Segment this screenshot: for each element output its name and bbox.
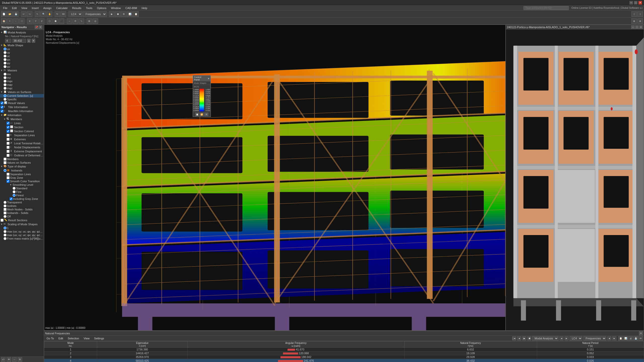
table-row[interactable]: 3 35359.970 188.042 29.928 0.033 xyxy=(44,355,644,359)
check-gray-zone[interactable] xyxy=(7,176,10,179)
tree-mphiz[interactable]: mφz xyxy=(0,86,44,90)
bottom-menu-settings[interactable]: Settings xyxy=(93,336,106,340)
tree-scale-1[interactable]: 1 xyxy=(0,226,44,230)
tb2-move[interactable]: ↔ xyxy=(67,18,72,24)
open-button[interactable]: 📂 xyxy=(7,11,13,17)
save-button[interactable]: 💾 xyxy=(13,11,19,17)
tree-extremes[interactable]: ⊕ Extremes xyxy=(0,137,44,141)
view3d-button[interactable]: 3D xyxy=(61,11,66,17)
tb2-view-x[interactable]: X xyxy=(27,18,32,24)
bottom-menu-view[interactable]: View xyxy=(82,336,91,340)
check-result-sections[interactable] xyxy=(1,219,4,222)
tree-fine[interactable]: Fine xyxy=(0,190,44,194)
check-values-surf[interactable] xyxy=(4,161,7,164)
check-mesh-nodes-solids[interactable] xyxy=(4,208,7,211)
tree-sep-lines-disp[interactable]: Separation Lines xyxy=(0,172,44,176)
tree-type-display[interactable]: ▼ 🎨 Type of display xyxy=(0,164,44,168)
tree-sep-lines[interactable]: ≡ Separation Lines xyxy=(0,133,44,137)
radio-finest[interactable] xyxy=(13,194,16,197)
close-button[interactable]: ✕ xyxy=(638,1,642,5)
tree-lines[interactable]: — Lines xyxy=(0,121,44,125)
tree-maxmin-info[interactable]: ↕ Max/Min Information xyxy=(0,109,44,113)
tree-transparent[interactable]: Transparent xyxy=(0,201,44,204)
tree-ux[interactable]: ux xyxy=(0,47,44,51)
menu-help[interactable]: Help xyxy=(140,6,149,10)
tree-mphiy[interactable]: mφy xyxy=(0,83,44,86)
tree-modal-analysis[interactable]: ▼ 📊 Modal Analysis xyxy=(0,30,44,34)
page-fwd2-btn[interactable]: ► xyxy=(612,336,616,340)
tree-mesh-nodes-solids[interactable]: Mesh Nodes - Solids xyxy=(0,208,44,211)
tree-mphix[interactable]: mφx xyxy=(0,79,44,83)
frequencies-dropdown[interactable]: Frequencies xyxy=(83,11,107,17)
tree-mx[interactable]: mx xyxy=(0,72,44,76)
check-title-info[interactable] xyxy=(1,106,4,109)
tree-mode-shape[interactable]: ▼ 📐 Mode Shape xyxy=(0,43,44,47)
check-inc-gray-zone[interactable] xyxy=(10,197,13,200)
tree-current-selection[interactable]: Current Selection: [u] xyxy=(0,94,44,98)
view-right[interactable]: 240122-Portico-y-Mamposteria-AISLADO_1_s… xyxy=(506,25,644,331)
tb2-select-all[interactable]: □ xyxy=(19,18,25,24)
tree-result-sections[interactable]: 📏 Result Sections xyxy=(0,218,44,222)
check-sep-lines-disp[interactable] xyxy=(7,173,10,176)
view-right-minimize[interactable]: ─ xyxy=(631,25,635,29)
page-back-btn[interactable]: ◄ xyxy=(559,336,564,340)
radio-specific[interactable] xyxy=(4,98,7,101)
menu-edit[interactable]: Edit xyxy=(10,6,19,10)
tree-scaling[interactable]: ▼ ⇔ Scaling of Mode Shapes xyxy=(0,222,44,226)
menu-cadbim[interactable]: CAD-BIM xyxy=(123,6,139,10)
tree-local-torsion[interactable]: ↺ Local Torsional Rotations xyxy=(0,141,44,145)
tree-information[interactable]: ▼ 📁 Information xyxy=(0,113,44,117)
tb-btn-4[interactable]: 📊 xyxy=(127,11,133,17)
tree-phix[interactable]: φx xyxy=(0,58,44,61)
nav-bottom-btn-1[interactable]: 🏷 xyxy=(1,357,6,362)
building-3d-view[interactable] xyxy=(506,29,644,331)
radio-mphix[interactable] xyxy=(4,80,7,83)
check-nodal-disp[interactable] xyxy=(7,146,10,149)
select-button[interactable]: ↖ xyxy=(35,11,40,17)
frequency-no-input[interactable] xyxy=(5,39,11,43)
radio-uc[interactable] xyxy=(4,55,7,58)
radio-mphiz[interactable] xyxy=(4,87,7,90)
nav-close-button[interactable]: ✕ xyxy=(39,25,42,29)
check-outlines[interactable] xyxy=(7,154,10,157)
tb2-scale[interactable]: ⤡ xyxy=(79,18,84,24)
freq-up-btn[interactable]: ▲ xyxy=(27,39,31,43)
tree-standard[interactable]: Standard xyxy=(0,187,44,190)
menu-calculate[interactable]: Calculate xyxy=(54,6,70,10)
tree-masses[interactable]: ▼ ⚖ Masses xyxy=(0,68,44,72)
check-section[interactable] xyxy=(7,126,10,129)
radio-phiy[interactable] xyxy=(4,62,7,65)
check-result-values[interactable] xyxy=(1,102,4,105)
radio-scale-max2[interactable] xyxy=(4,234,7,237)
view-right-close[interactable]: ✕ xyxy=(639,25,643,29)
cp-btn-3[interactable]: ⚙ xyxy=(204,113,208,116)
tree-uc[interactable]: uc xyxy=(0,54,44,58)
radio-scale-1[interactable] xyxy=(4,227,7,230)
tb2-btn-1[interactable]: 🏠 xyxy=(1,18,7,24)
maximize-button[interactable]: □ xyxy=(634,1,637,5)
radio-scale-max1[interactable] xyxy=(4,230,7,233)
tree-isobands[interactable]: ▦ Isobands xyxy=(0,168,44,172)
tb-right-2[interactable]: ⟩ xyxy=(637,11,643,17)
check-extreme-disp[interactable] xyxy=(7,150,10,153)
tree-isobands-solids[interactable]: Isobands - Solids xyxy=(0,211,44,215)
tree-title-info[interactable]: ℹ Title Information xyxy=(0,105,44,109)
tb2-grid[interactable]: ⊞ xyxy=(87,18,92,24)
tree-phiy[interactable]: φy xyxy=(0,61,44,65)
radio-uy[interactable] xyxy=(4,51,7,54)
tree-smoothing-level[interactable]: ▼ Smoothing Level xyxy=(0,183,44,187)
cp-btn-1[interactable]: 📋 xyxy=(195,113,199,116)
bt-btn-5[interactable]: ✉ xyxy=(638,336,643,341)
zoom-button[interactable]: 🔍 xyxy=(41,11,46,17)
pan-button[interactable]: ✋ xyxy=(47,11,52,17)
tb2-extra-1[interactable]: ⊕ xyxy=(631,18,637,24)
menu-tools[interactable]: Tools xyxy=(84,6,94,10)
check-members-sub[interactable] xyxy=(4,158,7,161)
check-local-torsion[interactable] xyxy=(7,142,10,145)
tree-inc-gray-zone[interactable]: Including Gray Zone xyxy=(0,197,44,201)
radio-mx[interactable] xyxy=(4,73,7,76)
tree-uy[interactable]: uy xyxy=(0,51,44,54)
radio-off[interactable] xyxy=(4,215,7,218)
tree-section-colored[interactable]: ⬜ Section Colored xyxy=(0,129,44,133)
tree-scale-mass[interactable]: From mass matrix [u]*[M][u] = 1 xyxy=(0,237,44,240)
